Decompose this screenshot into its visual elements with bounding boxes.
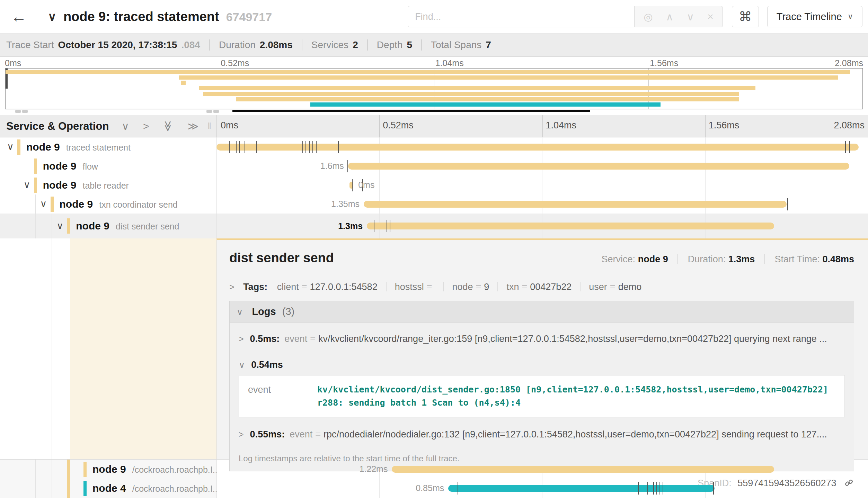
span-row: ∨node 9dist sender send1.3ms — [0, 214, 868, 238]
tree-guide-line — [52, 479, 52, 498]
tag-item: hostssl= — [395, 282, 435, 292]
span-timeline-cell[interactable]: 1.6ms — [216, 156, 868, 175]
span-tree-cell[interactable]: ∨node 9table reader — [0, 175, 216, 194]
tag-value: 127.0.0.1:54582 — [310, 282, 377, 292]
log-marker-tick — [659, 482, 659, 495]
equals-sign: = — [610, 282, 615, 292]
span-timeline-cell[interactable] — [216, 137, 868, 156]
log-field-value: kv/kvclient/kvcoord/dist_sender.go:1850 … — [317, 383, 835, 409]
locate-icon[interactable]: ◎ — [644, 11, 653, 23]
span-color-bar — [51, 197, 54, 212]
depth-label: Depth — [377, 39, 403, 51]
trace-view-selector[interactable]: Trace Timeline ∨ — [767, 6, 862, 27]
span-row: node 4/cockroach.roachpb.I...0.85ms — [0, 479, 868, 498]
scrubber-grip[interactable] — [22, 110, 28, 113]
collapse-all-icon[interactable]: ≫ — [162, 121, 175, 132]
chevron-right-icon: > — [239, 334, 244, 344]
tree-guide-line — [19, 460, 19, 479]
span-row: ∨node 9traced statement — [0, 137, 868, 156]
log-entry[interactable]: >0.5ms:event=kv/kvclient/kvcoord/range_i… — [230, 325, 854, 353]
span-service-name[interactable]: node 9table reader — [43, 175, 129, 194]
span-timeline-cell[interactable]: 1.35ms — [216, 194, 868, 214]
collapse-one-icon[interactable]: ∨ — [122, 120, 129, 132]
span-tree-cell[interactable]: node 9flow — [0, 156, 216, 175]
span-expander-icon[interactable]: ∨ — [24, 175, 30, 194]
detail-row-tint — [70, 238, 216, 459]
span-tree-cell[interactable]: node 4/cockroach.roachpb.I... — [0, 479, 216, 498]
scrubber-grip[interactable] — [213, 110, 219, 113]
span-timeline-cell[interactable]: 0.85ms — [216, 479, 868, 498]
tree-guide-line — [19, 156, 19, 175]
span-row: node 9/cockroach.roachpb.I...1.22ms — [0, 460, 868, 479]
log-field-key: event — [284, 334, 307, 344]
span-tree-cell[interactable]: ∨node 9dist sender send — [0, 214, 216, 238]
span-duration-bar[interactable] — [448, 485, 715, 492]
span-expander-icon[interactable]: ∨ — [40, 194, 47, 214]
span-service-name[interactable]: node 9txn coordinator send — [60, 194, 178, 214]
span-row: node 9flow1.6ms — [0, 156, 868, 175]
span-timeline-cell[interactable]: 1.3ms — [216, 214, 868, 238]
span-service-name[interactable]: node 9flow — [43, 156, 98, 175]
collapse-trace-icon[interactable]: ∨ — [48, 10, 56, 24]
minimap-span-bar — [6, 70, 850, 74]
expand-all-icon[interactable]: ≫ — [188, 120, 198, 132]
next-result-icon[interactable]: ∨ — [687, 11, 694, 23]
ruler-tick-label: 0ms — [221, 120, 238, 131]
minimap-span-bar — [181, 81, 186, 85]
span-operation-name: flow — [82, 162, 98, 171]
log-marker-tick — [653, 482, 654, 495]
scrubber-grip[interactable] — [206, 110, 212, 113]
timeline-view-range-indicator[interactable] — [232, 110, 590, 112]
tree-guide-line — [19, 194, 19, 214]
span-duration-bar[interactable] — [348, 163, 849, 170]
scrubber-grip[interactable] — [15, 110, 21, 113]
tags-row[interactable]: > Tags: client=127.0.0.1:54582hostssl=no… — [229, 282, 854, 292]
find-bar: ◎ ∧ ∨ × — [408, 6, 723, 27]
span-tree-cell[interactable]: ∨node 9traced statement — [0, 137, 216, 156]
view-selector-label: Trace Timeline — [777, 11, 842, 22]
tree-guide-line — [19, 479, 19, 498]
log-entry-expanded-header[interactable]: ∨0.54ms — [230, 353, 854, 375]
span-service-name[interactable]: node 9dist sender send — [76, 214, 179, 238]
log-entry[interactable]: >0.55ms:event=rpc/nodedialer/nodedialer.… — [230, 421, 854, 448]
span-expander-icon[interactable]: ∨ — [56, 214, 63, 238]
span-timeline-cell[interactable]: 1.22ms — [216, 460, 868, 479]
find-input[interactable] — [408, 6, 635, 27]
span-duration-bar[interactable] — [364, 201, 787, 208]
minimap-axis-tick: 2.08ms — [835, 58, 863, 68]
log-marker-tick — [647, 482, 648, 495]
tag-value: 9 — [484, 282, 489, 292]
tree-guide-line — [52, 214, 52, 238]
span-timeline-cell[interactable]: 0ms — [216, 175, 868, 194]
logs-header[interactable]: ∨ Logs (3) — [230, 301, 854, 323]
span-tree-cell[interactable]: node 9/cockroach.roachpb.I... — [0, 460, 216, 479]
services-label: Services — [311, 39, 348, 51]
prev-result-icon[interactable]: ∧ — [666, 11, 673, 23]
column-resize-handle[interactable]: ‖ — [207, 121, 211, 132]
keyboard-shortcuts-button[interactable]: ⌘ — [732, 6, 759, 27]
expand-one-icon[interactable]: > — [143, 120, 149, 132]
span-service-name[interactable]: node 9/cockroach.roachpb.I... — [92, 460, 216, 479]
services-value: 2 — [353, 39, 358, 51]
span-service-name[interactable]: node 9traced statement — [26, 137, 131, 156]
span-duration-bar[interactable] — [367, 223, 774, 229]
span-service-name[interactable]: node 4/cockroach.roachpb.I... — [92, 479, 216, 498]
span-duration-label: 0.85ms — [416, 479, 444, 498]
log-marker-tick — [347, 160, 348, 172]
back-button[interactable]: ← — [0, 0, 38, 33]
log-marker-tick — [305, 141, 306, 153]
minimap[interactable] — [5, 68, 863, 109]
span-operation-name: txn coordinator send — [99, 200, 178, 209]
chevron-down-icon: ∨ — [237, 307, 243, 317]
span-expander-icon[interactable]: ∨ — [7, 137, 14, 156]
chevron-down-icon: ∨ — [848, 12, 853, 21]
span-tree-cell[interactable]: ∨node 9txn coordinator send — [0, 194, 216, 214]
trace-id: 6749717 — [226, 10, 272, 24]
span-duration-bar[interactable] — [392, 466, 774, 473]
clear-search-icon[interactable]: × — [707, 11, 714, 22]
depth-value: 5 — [407, 39, 412, 51]
log-marker-tick — [387, 220, 387, 232]
log-marker-tick — [256, 141, 257, 153]
ruler-gridline — [542, 115, 543, 137]
tag-item: txn=00427b22 — [506, 282, 572, 292]
